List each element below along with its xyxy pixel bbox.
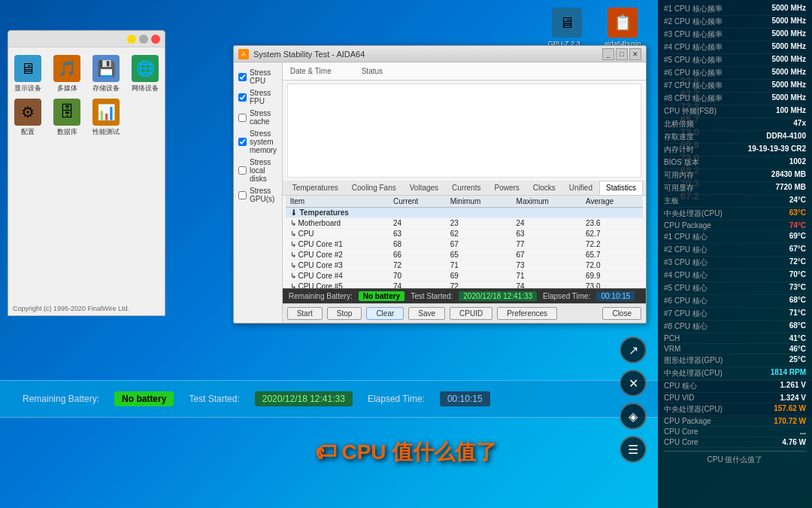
table-cell: 62 xyxy=(446,229,512,239)
right-panel-row: PCH41°C xyxy=(664,333,806,344)
date-time-header: Date & Time Status xyxy=(283,62,646,81)
icon-display[interactable]: 🖥 显示设备 xyxy=(11,55,44,93)
table-row: ↳ CPU Core #266656765.7 xyxy=(286,250,643,260)
stability-minimize[interactable]: _ xyxy=(602,48,614,60)
stability-right-panel: Date & Time Status Temperatures Cooling … xyxy=(283,62,646,323)
circle-icon-1[interactable]: ↗ xyxy=(620,336,647,364)
tab-powers[interactable]: Powers xyxy=(487,181,526,195)
banner-battery-label: Remaining Battery: xyxy=(23,394,99,404)
icon-storage[interactable]: 💾 存储设备 xyxy=(89,55,123,93)
right-panel-row: 北桥倍频47x xyxy=(664,118,806,131)
tab-clocks[interactable]: Clocks xyxy=(526,181,562,195)
network-icon: 🌐 xyxy=(132,55,159,82)
tab-unified[interactable]: Unified xyxy=(562,181,599,195)
tab-cooling-fans[interactable]: Cooling Fans xyxy=(345,181,403,195)
right-panel-row: #5 CPU 核心频率5000 MHz xyxy=(664,54,806,67)
stress-fpu-checkbox[interactable] xyxy=(238,93,247,102)
stress-disks-option[interactable]: Stress local disks xyxy=(238,158,277,183)
table-cell: ↳ Motherboard xyxy=(286,218,389,229)
storage-label: 存储设备 xyxy=(92,84,120,93)
circle-icon-2[interactable]: ✕ xyxy=(620,370,647,397)
rp-value: 5000 MHz xyxy=(771,17,806,27)
rp-label: #5 CPU 核心频率 xyxy=(664,55,723,65)
save-button[interactable]: Save xyxy=(408,307,445,320)
table-cell: 74 xyxy=(512,281,581,289)
icon-network[interactable]: 🌐 网络设备 xyxy=(129,55,162,93)
tab-statistics[interactable]: Statistics xyxy=(599,181,643,195)
tab-currents[interactable]: Currents xyxy=(445,181,487,195)
cpuid-button[interactable]: CPUID xyxy=(450,307,492,320)
right-panel-row: CPU Package74°C xyxy=(664,221,806,231)
close-stability-button[interactable]: Close xyxy=(602,307,641,320)
close-button[interactable] xyxy=(151,35,160,44)
stress-cache-checkbox[interactable] xyxy=(238,114,247,122)
test-started-value: 2020/12/18 12:41:33 xyxy=(459,291,537,301)
tab-voltages[interactable]: Voltages xyxy=(403,181,445,195)
stability-close[interactable]: ✕ xyxy=(629,48,641,60)
right-panel-row: 可用显存7720 MB xyxy=(664,182,806,195)
rp-value: 5000 MHz xyxy=(771,93,806,104)
icon-config[interactable]: ⚙ 配置 xyxy=(11,99,44,136)
rp-label: #4 CPU 核心 xyxy=(664,270,707,281)
stop-button[interactable]: Stop xyxy=(327,307,362,320)
right-panel-row: #3 CPU 核心72°C xyxy=(664,257,806,269)
remaining-battery-label: Remaining Battery: xyxy=(289,292,353,300)
rp-label: CPU Package xyxy=(664,417,711,425)
rp-label: #2 CPU 核心 xyxy=(664,245,707,255)
rp-value: 63°C xyxy=(789,208,806,219)
icon-database[interactable]: 🗄 数据库 xyxy=(50,99,83,136)
right-panel-row: #1 CPU 核心69°C xyxy=(664,231,806,244)
table-cell: 67 xyxy=(512,250,581,260)
rp-label: #6 CPU 核心 xyxy=(664,296,707,306)
rp-label: 北桥倍频 xyxy=(664,119,694,129)
right-panel-row: #2 CPU 核心频率5000 MHz xyxy=(664,16,806,29)
start-button[interactable]: Start xyxy=(287,307,323,320)
tab-temperatures[interactable]: Temperatures xyxy=(286,181,345,195)
stability-window-controls: _ □ ✕ xyxy=(602,48,641,60)
stability-titlebar: A System Stability Test - AIDA64 _ □ ✕ xyxy=(234,46,646,62)
stability-title: System Stability Test - AIDA64 xyxy=(253,50,365,59)
circle-icon-3[interactable]: ◈ xyxy=(620,403,647,430)
maximize-button[interactable] xyxy=(139,35,148,44)
table-cell: 70 xyxy=(389,271,446,281)
rp-label: #8 CPU 核心频率 xyxy=(664,93,723,104)
file-manager-icon-grid: 🖥 显示设备 🎵 多媒体 💾 存储设备 🌐 网络设备 ⚙ 配置 🗄 数据库 xyxy=(8,47,165,144)
rp-value: 170.72 W xyxy=(774,417,806,425)
stress-cpu-checkbox[interactable] xyxy=(238,73,247,81)
stress-cpu-option[interactable]: Stress CPU xyxy=(238,68,277,85)
stress-disks-checkbox[interactable] xyxy=(238,166,247,175)
icon-multimedia[interactable]: 🎵 多媒体 xyxy=(50,55,83,93)
minimize-button[interactable] xyxy=(127,35,136,44)
rp-value: 157.62 W xyxy=(774,404,806,415)
col-current: Current xyxy=(389,196,446,208)
rp-value: 73°C xyxy=(789,283,806,294)
table-cell: 74 xyxy=(389,281,446,289)
table-row: ↳ Motherboard24232423.6 xyxy=(286,218,643,229)
icon-perf[interactable]: 📊 性能测试 xyxy=(89,99,123,136)
stress-memory-option[interactable]: Stress system memory xyxy=(238,129,277,154)
clear-button[interactable]: Clear xyxy=(366,307,404,320)
rp-value: 5000 MHz xyxy=(771,42,806,53)
perf-label: 性能测试 xyxy=(92,128,120,136)
right-panel-row: 中央处理器(CPU)157.62 W xyxy=(664,403,806,416)
table-cell: 62.7 xyxy=(581,229,643,239)
rp-value: 67°C xyxy=(789,245,806,255)
table-cell: 66 xyxy=(389,250,446,260)
stability-maximize[interactable]: □ xyxy=(616,48,628,60)
stress-cache-option[interactable]: Stress cache xyxy=(238,109,277,126)
rp-label: #1 CPU 核心 xyxy=(664,232,707,242)
preferences-button[interactable]: Preferences xyxy=(497,307,557,320)
stress-fpu-option[interactable]: Stress FPU xyxy=(238,89,277,105)
col-maximum: Maximum xyxy=(512,196,581,208)
rp-value: 5000 MHz xyxy=(771,4,806,14)
gpu-z-image: 🖥 xyxy=(552,8,582,38)
stress-options: Stress CPU Stress FPU Stress cache Stres… xyxy=(234,62,283,323)
perf-icon: 📊 xyxy=(92,99,120,126)
right-panel-row: CPU 外频(FSB)100 MHz xyxy=(664,105,806,118)
stress-gpu-checkbox[interactable] xyxy=(238,191,247,199)
right-panel-row: 图形处理器(GPU)25°C xyxy=(664,354,806,367)
stress-memory-checkbox[interactable] xyxy=(238,138,247,146)
circle-icon-4[interactable]: ☰ xyxy=(620,436,647,463)
right-panel-row: 中央处理器(CPU)63°C xyxy=(664,208,806,221)
stress-gpu-option[interactable]: Stress GPU(s) xyxy=(238,187,277,203)
